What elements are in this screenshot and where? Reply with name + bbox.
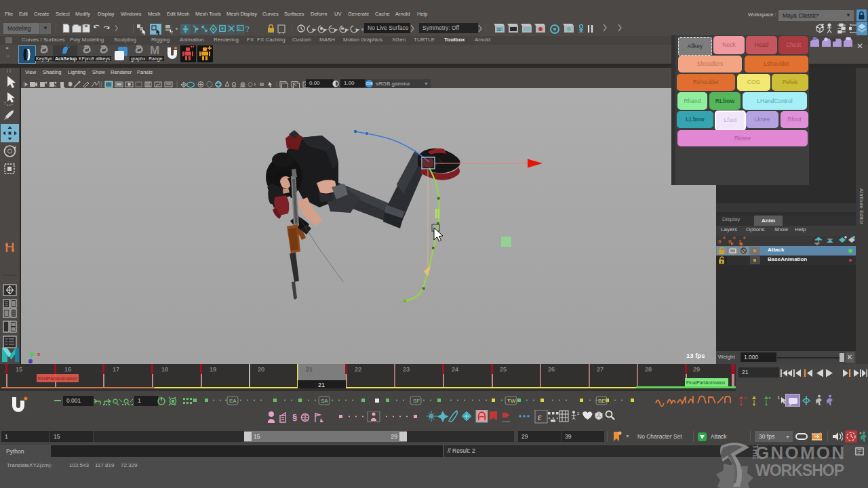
svg-text:GNOMON: GNOMON <box>755 443 844 463</box>
svg-text:x: x <box>37 351 41 357</box>
svg-text:▼: ▼ <box>360 27 363 32</box>
svg-text:25: 25 <box>500 366 507 373</box>
svg-text:20: 20 <box>258 366 264 373</box>
svg-text:26: 26 <box>548 366 555 373</box>
svg-text:0: 0 <box>718 239 722 245</box>
svg-text:19: 19 <box>210 366 216 373</box>
svg-text:18: 18 <box>161 366 168 373</box>
svg-text:z: z <box>29 359 32 364</box>
svg-text:27: 27 <box>597 366 604 373</box>
svg-text:WORKSHOP: WORKSHOP <box>755 462 844 479</box>
svg-text:15: 15 <box>16 366 22 373</box>
svg-text:ε: ε <box>538 412 542 422</box>
svg-text:16: 16 <box>64 366 71 373</box>
svg-text:TW: TW <box>507 398 516 404</box>
svg-text:23: 23 <box>403 366 410 373</box>
svg-text:29: 29 <box>693 366 700 373</box>
svg-text:FirstPartAnimation: FirstPartAnimation <box>38 376 77 381</box>
svg-text:17: 17 <box>113 366 119 373</box>
svg-text:21: 21 <box>318 382 325 388</box>
svg-text:SF: SF <box>413 398 420 404</box>
svg-text:22: 22 <box>355 366 361 373</box>
svg-text:22: 22 <box>497 28 501 32</box>
svg-text:FinalPartAnimaion: FinalPartAnimaion <box>686 380 725 385</box>
svg-text:2›: 2› <box>237 26 241 30</box>
svg-text:2: 2 <box>577 411 580 415</box>
svg-text:21: 21 <box>306 366 313 373</box>
svg-text:?: ? <box>245 25 249 33</box>
svg-text:24: 24 <box>452 366 458 373</box>
svg-text:28: 28 <box>645 366 652 373</box>
svg-text:BE: BE <box>598 398 606 404</box>
svg-text:§: § <box>292 412 297 422</box>
svg-text:EA: EA <box>229 398 237 404</box>
svg-text:SA: SA <box>321 398 328 404</box>
